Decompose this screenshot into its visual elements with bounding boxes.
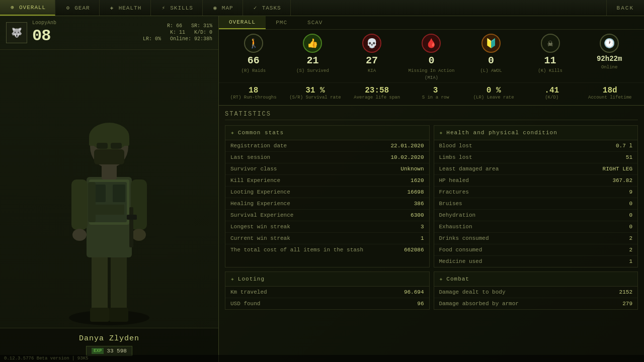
online-icon: 🕐 [600,34,619,53]
character-top-stats: R: 66 SR: 31% K: 11 K/D: 0 LR: 0% Online… [143,23,212,43]
common-stats-header: ✦ Common stats [225,126,429,140]
kia-icon: 💀 [362,34,381,53]
life-span-label: Average life span [354,95,400,100]
combat-header: ✦ Combat [434,272,638,287]
row-label: Limbs lost [439,154,472,160]
life-span-value: 23:58 [365,86,389,95]
health-header: ✦ Health and physical condition [434,126,638,140]
stat-k: K: 11 [170,30,185,35]
stat-survival-rate: 31 % (S/R) Survival rate [289,86,341,100]
account-lifetime-label: Account lifetime [588,95,631,100]
table-row: Blood lost0.7 l [434,140,638,152]
stat-lr: LR: 0% [143,36,161,42]
table-row: Last session10.02.2020 [225,152,429,163]
row-label: Least damaged area [439,166,499,172]
row-value: 96.694 [404,289,424,295]
looting-star-icon: ✦ [230,275,235,283]
row-label: The total cost of all items in the stash [230,247,363,253]
survived-value: 21 [306,55,318,66]
survival-rate-label: (S/R) Survival rate [289,95,341,100]
row-label: Food consumed [439,247,482,253]
tasks-icon: ✓ [252,5,259,12]
tab-map[interactable]: ◉ MAP [203,0,243,16]
character-exp: EXP 33 598 [86,346,132,356]
runthroughs-value: 18 [249,86,258,95]
right-panel: OVERALL PMC SCAV 🚶 66 (R) Raids 👍 [219,16,644,362]
row-value: 9 [629,189,632,195]
stat-survived: 👍 21 (S) Survived [290,34,335,80]
stats-text-row: 18 (RT) Run-throughs 31 % (S/R) Survival… [219,82,644,105]
kia-value: 27 [366,55,378,66]
survived-icon: 👍 [303,34,322,53]
row-value: 0.7 l [616,143,632,149]
tab-health[interactable]: ✚ HEALTH [100,0,151,16]
statistics-section: STATISTICS ✦ Common stats Registration d… [219,106,644,362]
table-row: Drinks consumed2 [434,233,638,244]
row-label: Medicine used [439,258,482,264]
stat-runthroughs: 18 (RT) Run-throughs [230,86,277,100]
exp-label: EXP [92,348,104,354]
row-value: 3 [421,224,424,230]
common-stats-rows: Registration date22.01.2020Last session1… [225,140,429,255]
row-label: Longest win streak [230,224,290,230]
row-value: 1 [629,258,632,264]
account-lifetime-value: 18d [603,86,617,95]
table-row: The total cost of all items in the stash… [225,244,429,255]
table-row: USD found96 [225,298,429,309]
combat-card: ✦ Combat Damage dealt to body2152Damage … [434,272,638,310]
leave-rate-label: (LR) Leave rate [473,95,514,100]
mia-icon: 🩸 [422,34,441,53]
stat-online: 🕐 92h22m Online [587,34,632,80]
stats-grid: ✦ Common stats Registration date22.01.20… [225,125,638,310]
stat-account-lifetime: 18d Account lifetime [587,86,632,100]
row-value: 279 [622,301,632,307]
row-label: Drinks consumed [439,235,489,241]
table-row: Current win streak1 [225,233,429,244]
tab-pmc[interactable]: PMC [266,17,297,29]
stat-sr: SR: 31% [191,23,212,29]
svg-rect-22 [88,182,96,222]
overall-tabs: OVERALL PMC SCAV [219,16,644,30]
row-value: 662086 [404,247,424,253]
tab-tasks[interactable]: ✓ TASKS [243,0,291,16]
map-icon: ◉ [212,5,219,12]
stat-leave-rate: 0 % (LR) Leave rate [471,86,516,100]
tab-overall[interactable]: ⊕ OVERALL [0,0,55,16]
row-label: USD found [230,301,260,307]
table-row: Medicine used1 [434,256,638,267]
mia-label: Missing In Action [409,68,455,73]
row-value: 0 [629,212,632,218]
row-label: Blood lost [439,143,472,149]
main-content: 🐺 LoopyAnb 08 R: 66 SR: 31% K: 11 K/D: 0… [0,16,644,362]
table-row: Looting Experience16698 [225,187,429,198]
tab-gear[interactable]: ⚙ GEAR [55,0,99,16]
tab-scav[interactable]: SCAV [297,17,333,29]
table-row: Fractures9 [434,187,638,198]
table-row: Km traveled96.694 [225,287,429,298]
survival-rate-value: 31 % [305,86,325,95]
row-value: 0 [629,224,632,230]
kills-icon: ☠ [541,34,560,53]
character-panel: 🐺 LoopyAnb 08 R: 66 SR: 31% K: 11 K/D: 0… [0,16,219,362]
tab-skills[interactable]: ⚡ SKILLS [151,0,203,16]
stats-icons-row: 🚶 66 (R) Raids 👍 21 (S) Survived 💀 27 KI… [219,30,644,82]
tab-overall-stats[interactable]: OVERALL [219,16,266,29]
table-row: Dehydration0 [434,210,638,221]
overall-section: OVERALL PMC SCAV 🚶 66 (R) Raids 👍 [219,16,644,106]
back-button[interactable]: BACK [606,0,644,16]
table-row: Survival Experience6300 [225,210,429,221]
row-value: 2 [629,235,632,241]
online-label: Online [601,65,617,70]
table-row: Survivor classUnknown [225,163,429,175]
svg-rect-19 [94,149,124,164]
row-label: Last session [230,154,270,160]
row-value: 2 [629,247,632,253]
row-label: Survivor class [230,166,277,172]
row-label: Damage dealt to body [439,289,506,295]
avatar: 🐺 [6,22,27,43]
combat-rows: Damage dealt to body2152Damage absorbed … [434,287,638,309]
svg-rect-23 [129,207,133,247]
row-label: Km traveled [230,289,267,295]
leave-rate-value: 0 % [487,86,501,95]
svg-rect-3 [90,308,109,322]
